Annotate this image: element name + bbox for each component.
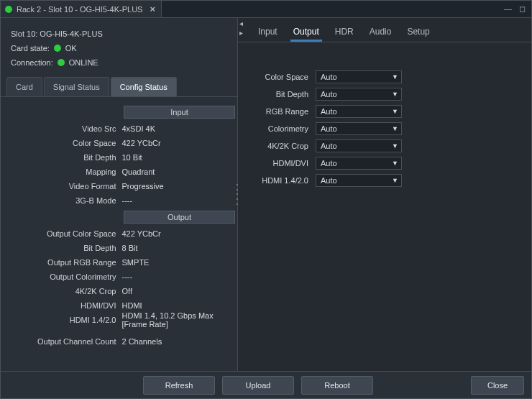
chevron-down-icon: ▼	[392, 125, 398, 132]
info-block: Slot 10: OG-HI5-4K-PLUS Card state: OK C…	[1, 18, 237, 77]
expand-right-icon[interactable]: ▸	[238, 29, 244, 37]
status-dot-icon	[5, 6, 12, 13]
kv-row: HDMI 1.4/2.0HDMI 1.4, 10.2 Gbps Max [Fra…	[6, 313, 231, 327]
setting-row: Color Space Auto▼	[251, 68, 524, 86]
footer: Refresh Upload Reboot Close	[1, 371, 531, 398]
right-pane: ◂ ▸ Input Output HDR Audio Setup Color S…	[238, 18, 531, 371]
content-row: Slot 10: OG-HI5-4K-PLUS Card state: OK C…	[1, 18, 531, 371]
splitter-handle[interactable]	[235, 183, 239, 207]
tab-input[interactable]: Input	[255, 25, 280, 42]
kv-value: HDMI	[122, 301, 232, 310]
connection-line: Connection: ONLINE	[11, 55, 227, 70]
kv-value: 422 YCbCr	[122, 229, 232, 238]
input-section-header: Input	[124, 106, 235, 119]
color-space-select[interactable]: Auto▼	[316, 70, 402, 83]
kv-row: MappingQuadrant	[6, 165, 231, 179]
kv-label: Color Space	[6, 139, 116, 147]
maximize-icon[interactable]: ◻	[519, 4, 526, 14]
card-state-label: Card state:	[11, 41, 50, 55]
kv-label: 4K/2K Crop	[6, 287, 116, 295]
titlebar-controls: — ◻	[504, 4, 531, 14]
kv-label: HDMI 1.4/2.0	[6, 316, 116, 324]
setting-label: 4K/2K Crop	[251, 142, 308, 150]
colorimetry-select[interactable]: Auto▼	[316, 122, 402, 135]
select-value: Auto	[321, 159, 337, 168]
kv-value: ----	[122, 196, 232, 205]
select-value: Auto	[321, 73, 337, 81]
kv-label: 3G-B Mode	[6, 196, 116, 205]
connection-value: ONLINE	[69, 55, 98, 70]
status-dot-icon	[58, 59, 65, 66]
kv-value: 8 Bit	[122, 244, 232, 252]
tab-config-status[interactable]: Config Status	[111, 77, 177, 96]
select-value: Auto	[321, 142, 337, 150]
tab-hdr[interactable]: HDR	[332, 25, 357, 42]
kv-value: HDMI 1.4, 10.2 Gbps Max [Frame Rate]	[122, 311, 232, 329]
tab-audio[interactable]: Audio	[367, 25, 395, 42]
kv-row: 3G-B Mode----	[6, 193, 231, 208]
hdmi-version-select[interactable]: Auto▼	[316, 174, 402, 187]
setting-label: RGB Range	[251, 107, 308, 116]
kv-row: Color Space422 YCbCr	[6, 136, 231, 150]
titlebar: Rack 2 - Slot 10 - OG-HI5-4K-PLUS × — ◻	[1, 1, 531, 18]
chevron-down-icon: ▼	[392, 142, 398, 150]
kv-label: Output Color Space	[6, 229, 116, 238]
hdmi-dvi-select[interactable]: Auto▼	[316, 157, 402, 170]
kv-label: Video Format	[6, 182, 116, 191]
kv-label: Output Channel Count	[6, 337, 116, 346]
right-tabs: Input Output HDR Audio Setup	[238, 18, 531, 42]
close-icon[interactable]: ×	[150, 4, 155, 14]
kv-row: Output Colorimetry----	[6, 270, 231, 284]
setting-row: Bit Depth Auto▼	[251, 86, 524, 103]
setting-row: HDMI 1.4/2.0 Auto▼	[251, 172, 524, 189]
kv-value: Quadrant	[122, 168, 232, 176]
rgb-range-select[interactable]: Auto▼	[316, 105, 402, 118]
kv-label: Output Colorimetry	[6, 272, 116, 281]
tab-signal-status[interactable]: Signal Status	[44, 77, 109, 96]
window-tab-title: Rack 2 - Slot 10 - OG-HI5-4K-PLUS	[17, 5, 142, 14]
setting-row: HDMI/DVI Auto▼	[251, 155, 524, 172]
close-button[interactable]: Close	[471, 376, 524, 395]
reboot-button[interactable]: Reboot	[301, 376, 373, 395]
tab-card[interactable]: Card	[6, 77, 42, 96]
setting-row: Colorimetry Auto▼	[251, 120, 524, 137]
setting-label: HDMI/DVI	[251, 159, 308, 168]
select-value: Auto	[321, 107, 337, 116]
kv-value: Progressive	[122, 182, 232, 191]
connection-label: Connection:	[11, 55, 53, 70]
kv-label: Bit Depth	[6, 153, 116, 162]
refresh-button[interactable]: Refresh	[143, 376, 215, 395]
kv-label: Bit Depth	[6, 244, 116, 252]
tab-output[interactable]: Output	[290, 25, 322, 42]
setting-label: HDMI 1.4/2.0	[251, 176, 308, 185]
device-window: Rack 2 - Slot 10 - OG-HI5-4K-PLUS × — ◻ …	[0, 0, 532, 399]
kv-value: 2 Channels	[122, 337, 232, 346]
kv-label: Video Src	[6, 124, 116, 133]
setting-row: RGB Range Auto▼	[251, 103, 524, 120]
select-value: Auto	[321, 124, 337, 133]
collapse-left-icon[interactable]: ◂	[238, 19, 244, 27]
config-status-panel: Input Video Src4xSDI 4K Color Space422 Y…	[1, 97, 237, 371]
setting-label: Color Space	[251, 73, 308, 81]
kv-row: Bit Depth10 Bit	[6, 150, 231, 165]
kv-label: Output RGB Range	[6, 258, 116, 267]
left-tabs: Card Signal Status Config Status	[1, 77, 237, 97]
kv-row: Bit Depth8 Bit	[6, 241, 231, 255]
chevron-down-icon: ▼	[392, 73, 398, 81]
kv-row: Video FormatProgressive	[6, 179, 231, 193]
crop-select[interactable]: Auto▼	[316, 139, 402, 152]
kv-row: Video Src4xSDI 4K	[6, 121, 231, 136]
status-dot-icon	[54, 45, 61, 52]
minimize-icon[interactable]: —	[504, 4, 512, 14]
tab-setup[interactable]: Setup	[404, 25, 432, 42]
bit-depth-select[interactable]: Auto▼	[316, 88, 402, 101]
upload-button[interactable]: Upload	[222, 376, 294, 395]
kv-label: HDMI/DVI	[6, 301, 116, 310]
setting-row: 4K/2K Crop Auto▼	[251, 137, 524, 155]
kv-label: Mapping	[6, 168, 116, 176]
slot-text: Slot 10: OG-HI5-4K-PLUS	[11, 27, 103, 41]
kv-value: Off	[122, 287, 232, 295]
kv-value: 4xSDI 4K	[122, 124, 232, 133]
chevron-down-icon: ▼	[392, 160, 398, 167]
window-tab[interactable]: Rack 2 - Slot 10 - OG-HI5-4K-PLUS ×	[1, 1, 162, 17]
